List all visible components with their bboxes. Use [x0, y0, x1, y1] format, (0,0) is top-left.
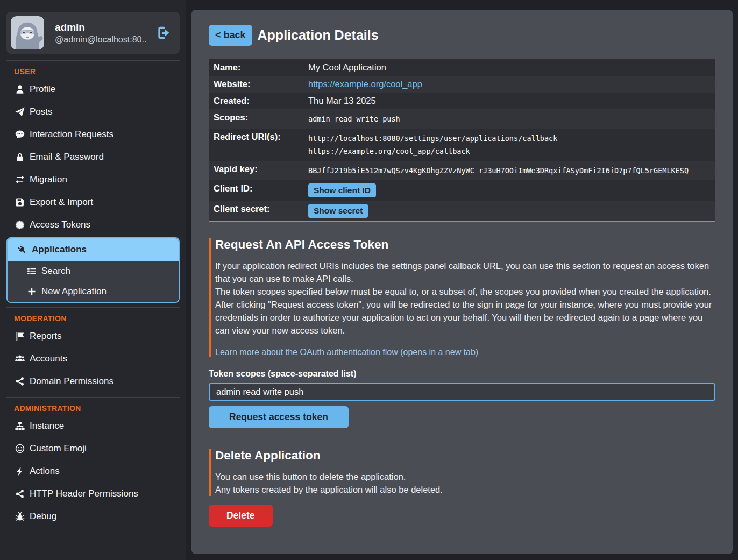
user-card[interactable]: admin @admin@localhost:80... — [6, 12, 180, 54]
sidebar-item-export-import[interactable]: Export & Import — [0, 191, 186, 214]
detail-label: Vapid key: — [209, 161, 304, 180]
bolt-icon — [15, 466, 25, 476]
user-icon — [15, 84, 25, 94]
sidebar-item-custom-emoji[interactable]: Custom Emoji — [0, 437, 186, 460]
user-names: admin @admin@localhost:80... — [55, 22, 146, 45]
detail-value-mono: http://localhost:8080/settings/user/appl… — [308, 132, 557, 145]
detail-label: Website: — [209, 76, 304, 93]
lock-icon — [15, 152, 25, 162]
detail-value-mono: https://example.org/cool_app/callback — [308, 145, 470, 158]
detail-row-scopes: Scopes:admin read write push — [209, 109, 715, 129]
detail-row-redirect-uri-s: Redirect URI(s):http://localhost:8080/se… — [209, 129, 715, 161]
flag-icon — [15, 331, 25, 341]
detail-value: admin read write push — [304, 109, 715, 129]
main-panel: < back Application Details Name:My Cool … — [191, 10, 733, 554]
sign-out-icon[interactable] — [157, 26, 171, 40]
detail-row-client-secret: Client secret:Show secret — [209, 201, 715, 221]
sidebar-item-label: Email & Password — [30, 152, 104, 162]
sidebar-item-access-tokens[interactable]: Access Tokens — [0, 214, 186, 236]
sidebar-item-instance[interactable]: Instance — [0, 415, 186, 437]
back-button[interactable]: < back — [209, 25, 252, 46]
sidebar-item-interaction-requests[interactable]: Interaction Requests — [0, 123, 186, 146]
sidebar-item-search[interactable]: Search — [8, 261, 179, 281]
paragraph: If your application redirect URIs includ… — [215, 259, 715, 285]
paragraph: You can use this button to delete the ap… — [215, 470, 715, 483]
sidebar-item-label: New Application — [41, 286, 107, 297]
sidebar-item-label: Search — [41, 266, 70, 277]
sidebar-item-http-header-permissions[interactable]: HTTP Header Permissions — [0, 483, 186, 505]
comment-icon — [15, 130, 25, 139]
sidebar-submenu: SearchNew Application — [8, 261, 179, 302]
oauth-docs-link[interactable]: Learn more about the OAuth authenticatio… — [215, 348, 478, 357]
list-icon — [27, 266, 37, 276]
plug-icon — [17, 245, 27, 254]
delete-button[interactable]: Delete — [209, 505, 273, 527]
detail-label: Scopes: — [209, 109, 304, 129]
details-table: Name:My Cool ApplicationWebsite:https://… — [209, 59, 715, 222]
sidebar-section-heading-moderation: MODERATION — [0, 308, 186, 325]
sidebar-group-applications: ApplicationsSearchNew Application — [6, 237, 180, 303]
bug-icon — [15, 512, 25, 521]
detail-row-client-id: Client ID:Show client ID — [209, 180, 715, 201]
sidebar-item-label: Posts — [30, 107, 53, 117]
sidebar-item-domain-permissions[interactable]: Domain Permissions — [0, 370, 186, 393]
request-access-token-button[interactable]: Request access token — [209, 406, 349, 428]
token-description: If your application redirect URIs includ… — [215, 259, 715, 337]
sidebar-item-profile[interactable]: Profile — [0, 78, 186, 101]
sloth-avatar — [11, 16, 44, 49]
sidebar-item-migration[interactable]: Migration — [0, 168, 186, 191]
sidebar-item-reports[interactable]: Reports — [0, 325, 186, 348]
detail-label: Redirect URI(s): — [209, 129, 304, 161]
sidebar-item-new-application[interactable]: New Application — [8, 281, 179, 302]
username: admin — [55, 22, 146, 33]
detail-row-website: Website:https://example.org/cool_app — [209, 76, 715, 93]
token-scopes-input[interactable] — [209, 383, 715, 401]
sidebar-item-label: Profile — [30, 84, 55, 95]
delete-section-block: Delete Application You can use this butt… — [209, 449, 715, 496]
sidebar-item-email-password[interactable]: Email & Password — [0, 146, 186, 168]
detail-value-mono: BBJffJ219b5iE512m7wQSzv4KgKDhgZZVzNyWC_r… — [308, 164, 689, 177]
website-link[interactable]: https://example.org/cool_app — [308, 79, 422, 89]
token-section-heading: Request An API Access Token — [215, 238, 715, 252]
sidebar-item-label: Actions — [30, 466, 60, 477]
sidebar-item-label: Domain Permissions — [30, 376, 113, 387]
sidebar-item-debug[interactable]: Debug — [0, 505, 186, 528]
smile-icon — [15, 444, 25, 453]
detail-value: BBJffJ219b5iE512m7wQSzv4KgKDhgZZVzNyWC_r… — [304, 161, 715, 180]
sidebar-item-posts[interactable]: Posts — [0, 101, 186, 123]
sidebar-item-label: Applications — [32, 244, 87, 255]
seal-icon — [15, 220, 25, 230]
floppy-disk-icon — [15, 197, 25, 207]
share-nodes-icon — [15, 489, 25, 499]
detail-label: Name: — [209, 59, 304, 76]
sidebar-item-label: Export & Import — [30, 197, 93, 208]
detail-value: Show client ID — [304, 180, 715, 201]
show-secret-button[interactable]: Show secret — [308, 204, 368, 218]
delete-section-heading: Delete Application — [215, 449, 715, 463]
detail-value: http://localhost:8080/settings/user/appl… — [304, 129, 715, 161]
token-section: Request An API Access Token If your appl… — [209, 238, 715, 428]
detail-value-text: Thu Mar 13 2025 — [308, 96, 376, 106]
sidebar-item-label: Reports — [30, 331, 62, 342]
show-client-id-button[interactable]: Show client ID — [308, 183, 376, 197]
sidebar-item-label: Interaction Requests — [30, 129, 113, 140]
sidebar-item-label: Accounts — [30, 353, 67, 364]
detail-value: Thu Mar 13 2025 — [304, 93, 715, 109]
detail-label: Client ID: — [209, 180, 304, 201]
paragraph: The token scopes specified below must be… — [215, 285, 715, 298]
detail-value-mono: admin read write push — [308, 112, 400, 125]
share-nodes-icon — [15, 377, 25, 386]
sidebar-item-actions[interactable]: Actions — [0, 460, 186, 483]
token-section-block: Request An API Access Token If your appl… — [209, 238, 715, 357]
sidebar-item-label: HTTP Header Permissions — [30, 488, 138, 499]
detail-value-text: My Cool Application — [308, 62, 386, 73]
sitemap-icon — [15, 421, 25, 431]
sidebar-item-label: Instance — [30, 421, 64, 431]
page-title: Application Details — [258, 27, 379, 43]
plus-icon — [27, 287, 37, 296]
page-header: < back Application Details — [209, 25, 715, 46]
sidebar-item-accounts[interactable]: Accounts — [0, 348, 186, 370]
detail-row-vapid-key: Vapid key:BBJffJ219b5iE512m7wQSzv4KgKDhg… — [209, 161, 715, 180]
detail-row-created: Created:Thu Mar 13 2025 — [209, 93, 715, 109]
sidebar-item-applications[interactable]: Applications — [8, 238, 179, 261]
